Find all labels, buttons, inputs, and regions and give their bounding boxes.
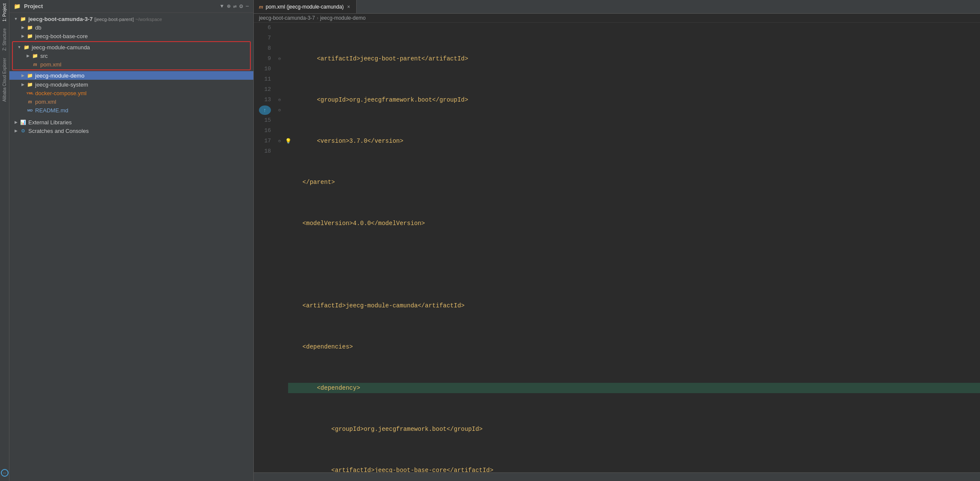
code-line-9: </parent> [288, 177, 980, 187]
tree-item-db[interactable]: 📁 db [9, 23, 253, 32]
fold-icon-14: ⊖ [278, 108, 281, 113]
line-num-16: 16 [254, 126, 271, 136]
pom-root-name: pom.xml [35, 99, 56, 105]
breadcrumb-part2[interactable]: jeecg-module-demo [320, 15, 366, 21]
pom-root-icon: m [27, 98, 33, 105]
file-tree: 📁 jeecg-boot-camunda-3-7 [jeecg-boot-par… [9, 13, 253, 481]
demo-chevron [20, 72, 26, 78]
line-num-17: 17 [254, 136, 271, 146]
gutter-16 [275, 126, 284, 136]
db-name: db [35, 24, 41, 31]
ext-libs-icon: 📊 [20, 119, 27, 126]
docker-chevron-empty [20, 90, 26, 96]
locate-icon[interactable]: ⊕ [227, 3, 230, 10]
close-icon[interactable]: − [246, 3, 249, 10]
tab-pom[interactable]: m pom.xml (jeecg-module-camunda) × [254, 0, 357, 13]
gutter-17[interactable]: ⊖ 💡 [275, 136, 284, 146]
fold-icon-13: ⊖ [278, 97, 281, 102]
db-chevron [20, 24, 26, 30]
collapse-icon[interactable]: ⇌ [233, 3, 237, 10]
code-line-6: <artifactId>jeecg-boot-parent</artifactI… [288, 54, 980, 64]
gutter-18 [275, 146, 284, 156]
system-name: jeecg-module-system [35, 81, 88, 88]
connection-icon[interactable]: ↔ [1, 469, 9, 477]
tree-item-readme[interactable]: MD README.md [9, 106, 253, 114]
pom-camunda-icon: m [32, 61, 39, 68]
dropdown-arrow[interactable]: ▼ [220, 3, 223, 9]
camunda-section: 📁 jeecg-module-camunda 📁 src m pom.xml [12, 41, 251, 70]
sidebar-toolbar: ⊕ ⇌ ⚙ − [227, 3, 249, 10]
tree-item-external-libs[interactable]: 📊 External Libraries [9, 118, 253, 126]
gutter-12 [275, 84, 284, 95]
demo-name: jeecg-module-demo [35, 72, 84, 79]
code-line-11 [288, 259, 980, 270]
code-content[interactable]: <artifactId>jeecg-boot-parent</artifactI… [284, 23, 980, 472]
code-line-12: <artifactId>jeecg-module-camunda</artifa… [288, 301, 980, 311]
structure-tab[interactable]: Z: Structure [1, 25, 8, 54]
code-line-14: <dependency> [288, 383, 980, 393]
tab-pom-label: pom.xml (jeecg-module-camunda) [266, 4, 344, 10]
breadcrumb-part1[interactable]: jeecg-boot-camunda-3-7 [259, 15, 315, 21]
code-line-13: <dependencies> [288, 342, 980, 352]
code-editor[interactable]: 6 7 8 9 10 11 12 13 14 15 16 17 18 ⊖ [254, 23, 980, 472]
gutter-13[interactable]: ⊖ [275, 95, 284, 105]
base-core-chevron [20, 33, 26, 39]
readme-chevron [20, 107, 26, 113]
tree-item-pom-root[interactable]: m pom.xml [9, 97, 253, 106]
tree-item-system[interactable]: 📁 jeecg-module-system [9, 80, 253, 89]
cloud-tab[interactable]: Alibaba Cloud Explorer [1, 54, 8, 105]
src-name: src [40, 53, 48, 59]
folder-icon: 📁 [14, 3, 21, 10]
system-folder-icon: 📁 [27, 81, 33, 88]
scratches-icon: ⚙ [20, 127, 27, 134]
docker-icon: YML [27, 90, 33, 96]
fold-icon-17: ⊖ [278, 138, 281, 144]
tab-pom-icon: m [259, 4, 263, 9]
demo-folder-icon: 📁 [27, 72, 33, 79]
code-line-16: <artifactId>jeecg-boot-base-core</artifa… [288, 465, 980, 472]
gear-icon[interactable]: ⚙ [239, 3, 243, 10]
line-num-12: 12 [254, 84, 271, 95]
root-item[interactable]: 📁 jeecg-boot-camunda-3-7 [jeecg-boot-par… [9, 15, 253, 23]
project-tab[interactable]: 1: Project [1, 0, 8, 25]
base-core-folder-icon: 📁 [27, 33, 33, 39]
gutter-9[interactable]: ⊖ [275, 54, 284, 64]
ext-libs-name: External Libraries [28, 119, 72, 126]
line-num-7: 7 [254, 33, 271, 43]
base-core-name: jeecg-boot-base-core [35, 33, 88, 39]
src-chevron [25, 53, 31, 59]
line-num-9: 9 [254, 54, 271, 64]
gutter-6 [275, 23, 284, 33]
line-num-6: 6 [254, 23, 271, 33]
tree-item-demo[interactable]: 📁 jeecg-module-demo [9, 71, 253, 80]
tree-item-base-core[interactable]: 📁 jeecg-boot-base-core [9, 32, 253, 40]
tree-item-docker[interactable]: YML docker-compose.yml [9, 89, 253, 97]
tree-item-camunda[interactable]: 📁 jeecg-module-camunda [13, 43, 250, 51]
status-bar [254, 472, 980, 481]
fold-icon-9: ⊖ [278, 56, 281, 61]
camunda-name: jeecg-module-camunda [32, 44, 90, 51]
root-chevron [13, 16, 19, 22]
pom-chevron-empty [25, 61, 31, 67]
gutter-10 [275, 64, 284, 74]
gutter-15 [275, 115, 284, 126]
editor-area: m pom.xml (jeecg-module-camunda) × jeecg… [254, 0, 980, 481]
tree-item-scratches[interactable]: ⚙ Scratches and Consoles [9, 126, 253, 135]
line-num-10: 10 [254, 64, 271, 74]
code-line-15: <groupId>org.jeecgframework.boot</groupI… [288, 424, 980, 434]
docker-name: docker-compose.yml [35, 90, 87, 96]
gutter-14[interactable]: ↑ ⊖ [275, 105, 284, 115]
code-line-10: <modelVersion>4.0.0</modelVersion> [288, 218, 980, 228]
tree-item-pom-camunda[interactable]: m pom.xml [13, 60, 250, 69]
src-folder-icon: 📁 [32, 52, 39, 59]
tree-item-src[interactable]: 📁 src [13, 51, 250, 60]
tab-close-button[interactable]: × [346, 3, 351, 11]
sidebar: 📁 Project ▼ ⊕ ⇌ ⚙ − 📁 jeecg-boot-camunda… [9, 0, 254, 481]
scratches-chevron [13, 128, 19, 134]
update-icon[interactable]: ↑ [259, 105, 271, 115]
root-name: jeecg-boot-camunda-3-7 [jeecg-boot-paren… [28, 16, 162, 22]
code-line-7: <groupId>org.jeecgframework.boot</groupI… [288, 95, 980, 105]
line-num-11: 11 [254, 74, 271, 84]
readme-icon: MD [27, 107, 33, 114]
sidebar-header: 📁 Project ▼ ⊕ ⇌ ⚙ − [9, 0, 253, 13]
